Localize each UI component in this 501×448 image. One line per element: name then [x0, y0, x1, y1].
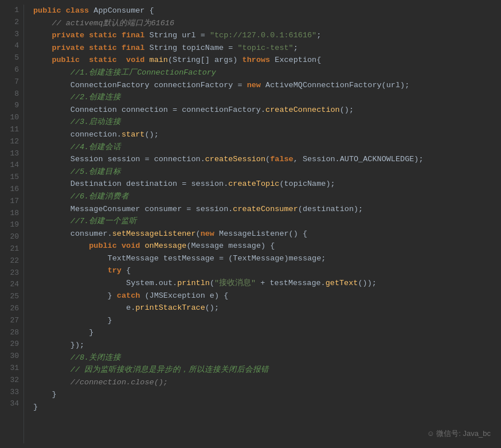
token-type: }: [33, 390, 57, 399]
token-type: }: [33, 403, 38, 411]
line-number: 16: [5, 184, 19, 196]
code-line: public static void main(String[] args) t…: [33, 54, 492, 67]
code-line: //2.创建连接: [33, 91, 492, 104]
token-type: [144, 56, 149, 64]
code-line: ConnectionFactory connectionFactory = ne…: [33, 79, 492, 92]
token-type: [33, 167, 71, 176]
line-number: 22: [5, 255, 19, 267]
token-kw: static: [89, 31, 117, 40]
code-line: //3.启动连接: [33, 116, 492, 128]
token-kw: new: [247, 81, 261, 89]
token-comment-cn: //4.创建会话: [71, 143, 121, 151]
token-comment-cn: //2.创建连接: [71, 93, 121, 102]
code-line: }: [33, 401, 492, 414]
code-line: // 因为监听接收消息是异步的，所以连接关闭后会报错: [33, 364, 492, 376]
token-type: [33, 241, 89, 250]
token-type: ConnectionFactory connectionFactory =: [33, 81, 247, 89]
token-method: printStackTrace: [135, 303, 205, 312]
token-type: Exception{: [270, 56, 321, 64]
line-number: 20: [5, 231, 19, 243]
token-type: [33, 365, 71, 374]
code-line: //5.创建目标: [33, 166, 492, 178]
line-number: 5: [5, 52, 19, 64]
line-number: 19: [5, 219, 19, 231]
token-kw: private: [52, 44, 84, 52]
token-method: getText: [326, 279, 358, 287]
token-type: (destination);: [298, 205, 363, 213]
line-number: 2: [5, 17, 19, 29]
line-number: 32: [5, 375, 19, 387]
wx-icon: ☺: [426, 429, 434, 438]
token-type: Connection connection = connectionFactor…: [33, 106, 265, 114]
token-method: onMessage: [144, 241, 186, 250]
token-type: Destination destination = session.: [33, 180, 228, 188]
token-type: (topicName);: [279, 180, 335, 188]
token-kw: try: [108, 266, 122, 275]
token-string: "tcp://127.0.0.1:61616": [210, 31, 316, 40]
line-number: 21: [5, 243, 19, 255]
line-number: 27: [5, 315, 19, 327]
line-number: 1: [5, 5, 19, 17]
token-type: [117, 31, 122, 40]
token-type: {: [122, 266, 131, 275]
code-line: }: [33, 388, 492, 401]
line-number: 31: [5, 363, 19, 375]
token-kw: public: [52, 56, 80, 64]
watermark: ☺ 微信号: Java_bc: [426, 428, 491, 440]
line-number: 18: [5, 208, 19, 220]
line-number: 23: [5, 267, 19, 279]
code-line: }: [33, 314, 492, 327]
code-line: public class AppConsumer {: [33, 5, 492, 17]
token-type: (Message message) {: [186, 241, 275, 250]
line-number: 28: [5, 327, 19, 339]
line-numbers: 1234567891011121314151617181920212223242…: [0, 5, 24, 443]
code-line: //1.创建连接工厂ConnectionFactory: [33, 67, 492, 79]
token-type: ;: [293, 44, 298, 52]
line-number: 15: [5, 172, 19, 184]
code-line: } catch (JMSException e) {: [33, 290, 492, 302]
line-number: 29: [5, 338, 19, 350]
token-kw: public: [33, 6, 61, 15]
token-type: MessageConsumer consumer = session.: [33, 205, 233, 213]
token-type: ActiveMQConnectionFactory(url);: [261, 81, 409, 89]
token-kw: static: [89, 56, 117, 64]
line-number: 24: [5, 279, 19, 291]
line-number: 6: [5, 64, 19, 76]
token-type: AppConsumer {: [89, 6, 154, 15]
code-line: private static final String topicName = …: [33, 42, 492, 54]
token-type: (: [210, 279, 214, 287]
code-line: public void onMessage(Message message) {: [33, 240, 492, 252]
code-container: 1234567891011121314151617181920212223242…: [0, 0, 501, 448]
line-number: 7: [5, 76, 19, 88]
line-number: 25: [5, 291, 19, 303]
token-type: (: [196, 229, 201, 238]
token-method: createSession: [205, 155, 265, 163]
code-line: //8.关闭连接: [33, 352, 492, 364]
code-line: });: [33, 339, 492, 352]
token-type: [33, 93, 71, 102]
watermark-text: 微信号: Java_bc: [436, 429, 491, 438]
token-kw: private: [52, 31, 84, 40]
code-lines: public class AppConsumer { // activemq默认…: [24, 5, 501, 443]
token-type: connection.: [33, 130, 122, 139]
token-kw: final: [122, 31, 145, 40]
token-type: System.out.: [33, 279, 177, 287]
line-number: 33: [5, 387, 19, 399]
token-method: createConnection: [265, 106, 340, 114]
token-comment-cn: //5.创建目标: [71, 167, 121, 176]
code-line: e.printStackTrace();: [33, 302, 492, 314]
line-number: 14: [5, 159, 19, 172]
token-comment-cn: //7.创建一个监听: [71, 217, 137, 225]
token-type: MessageListener() {: [214, 229, 307, 238]
token-comment-cn: //8.关闭连接: [71, 353, 121, 362]
code-line: }: [33, 326, 492, 339]
token-type: [33, 56, 52, 64]
token-comment-cn: // 因为监听接收消息是异步的，所以连接关闭后会报错: [71, 365, 269, 374]
token-type: [61, 6, 66, 15]
token-type: TextMessage testMessage = (TextMessage)m…: [33, 254, 326, 263]
token-type: consumer.: [33, 229, 112, 238]
code-line: //7.创建一个监听: [33, 215, 492, 228]
token-type: ();: [205, 303, 219, 312]
token-method: println: [177, 279, 210, 287]
token-type: ());: [358, 279, 376, 287]
